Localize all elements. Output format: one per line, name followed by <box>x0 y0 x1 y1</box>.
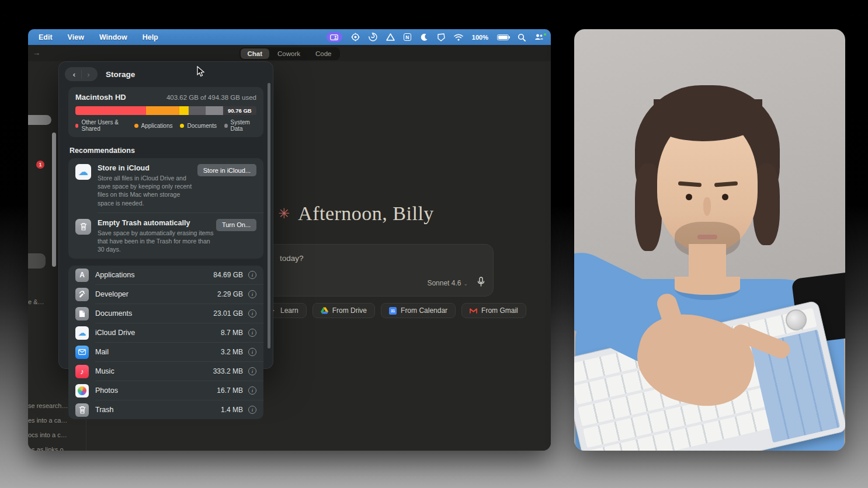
google-calendar-icon <box>389 307 397 315</box>
info-icon[interactable]: i <box>248 386 256 395</box>
category-row-documents[interactable]: Documents 23.01 GB i <box>68 304 263 323</box>
tab-code[interactable]: Code <box>308 48 339 59</box>
info-icon[interactable]: i <box>248 406 256 414</box>
quick-actions: ✦ Learn From Drive From Calendar From Gm… <box>261 303 526 318</box>
input-controls: Sonnet 4.6⌄ <box>427 277 485 289</box>
battery-icon[interactable] <box>497 34 509 40</box>
from-calendar-button[interactable]: From Calendar <box>381 303 456 318</box>
disk-usage-card: Macintosh HD 403.62 GB of 494.38 GB used… <box>68 87 263 137</box>
nav-buttons: ‹ › <box>65 67 98 81</box>
info-icon[interactable]: i <box>248 309 256 318</box>
model-selector[interactable]: Sonnet 4.6⌄ <box>427 279 468 287</box>
menu-edit[interactable]: Edit <box>39 33 53 41</box>
storage-settings-window: ‹ › Storage Macintosh HD 403.62 GB of 49… <box>58 61 273 369</box>
storage-title: Storage <box>106 70 135 79</box>
info-icon[interactable]: i <box>248 290 256 298</box>
storage-usage-bar: 90.76 GB <box>75 106 256 115</box>
fast-user-switching-icon[interactable] <box>534 33 544 42</box>
spotlight-icon[interactable] <box>518 33 526 42</box>
store-in-icloud-button[interactable]: Store in iCloud... <box>197 164 256 176</box>
trash-icon <box>75 219 91 235</box>
greeting: ✳ Afternoon, Billy <box>278 203 434 225</box>
category-row-trash[interactable]: Trash 1.4 MB i <box>68 400 263 419</box>
recommendation-title: Empty Trash automatically <box>98 219 216 227</box>
battery-percent-label: 100% <box>472 33 488 42</box>
recommendation-title: Store in iCloud <box>98 164 197 172</box>
document-icon <box>75 307 89 320</box>
claude-starburst-icon: ✳ <box>278 207 290 221</box>
chat-history-item[interactable]: es as links o… <box>28 442 85 451</box>
storage-scrollbar[interactable] <box>268 83 270 348</box>
storage-bar-segment <box>146 106 179 115</box>
info-icon[interactable]: i <box>248 367 256 375</box>
mouse-cursor <box>197 66 206 80</box>
category-row-applications[interactable]: A Applications 84.69 GB i <box>68 266 263 284</box>
free-space-label: 90.76 GB <box>223 106 256 115</box>
recommendation-desc: Save space by automatically erasing item… <box>98 229 214 254</box>
moon-icon[interactable] <box>420 33 428 42</box>
forward-arrow-icon[interactable]: → <box>33 48 40 57</box>
category-row-developer[interactable]: Developer 2.29 GB i <box>68 285 263 304</box>
info-icon[interactable]: i <box>248 329 256 337</box>
trash-icon <box>75 403 89 417</box>
chat-input-box[interactable]: today? Sonnet 4.6⌄ <box>257 244 494 297</box>
app-store-icon: A <box>75 269 89 282</box>
turn-on-button[interactable]: Turn On... <box>216 219 256 231</box>
notification-badge: 1 <box>36 161 44 169</box>
recommendation-desc: Store all files in iCloud Drive and save… <box>98 174 197 207</box>
sidebar-item-highlighted[interactable] <box>28 115 51 125</box>
sidebar-scrollbar[interactable] <box>52 133 56 267</box>
storage-bar-segment <box>206 106 223 115</box>
legend-dot <box>224 124 227 128</box>
empty-trash-row: Empty Trash automatically Save space by … <box>68 213 263 259</box>
storage-header: ‹ › Storage <box>59 62 273 83</box>
webcam-video-feed <box>574 29 845 451</box>
category-row-photos[interactable]: Photos 16.7 MB i <box>68 381 263 400</box>
microphone-icon[interactable] <box>477 277 485 289</box>
chevron-down-icon: ⌄ <box>463 281 468 287</box>
back-button[interactable]: ‹ <box>67 70 81 79</box>
from-gmail-button[interactable]: From Gmail <box>461 303 526 318</box>
chat-input-placeholder: today? <box>280 254 304 263</box>
recommendations-title: Recommendations <box>70 147 263 155</box>
spiral-icon[interactable] <box>369 33 377 42</box>
triangle-icon[interactable] <box>386 33 395 42</box>
category-row-icloud-drive[interactable]: ☁ iCloud Drive 8.7 MB i <box>68 323 263 342</box>
info-icon[interactable]: i <box>248 271 256 279</box>
notion-icon[interactable]: N <box>404 33 411 41</box>
tab-chat[interactable]: Chat <box>240 48 269 59</box>
macos-menu-bar: Edit View Window Help N <box>28 29 551 45</box>
disk-usage-text: 403.62 GB of 494.38 GB used <box>166 94 256 101</box>
mail-icon <box>75 346 89 359</box>
category-row-music[interactable]: ♪ Music 333.2 MB i <box>68 362 263 381</box>
sidebar-item-pill[interactable] <box>28 253 46 269</box>
disk-name: Macintosh HD <box>75 93 126 102</box>
menu-window[interactable]: Window <box>99 33 127 41</box>
menu-items: Edit View Window Help <box>39 33 158 41</box>
hammer-icon <box>75 288 89 301</box>
storage-bar-segment <box>75 106 146 115</box>
shared-screen-region: Edit View Window Help N <box>28 29 551 451</box>
legend-dot <box>134 124 138 128</box>
shield-icon[interactable] <box>437 33 445 42</box>
icloud-drive-icon: ☁ <box>75 326 89 340</box>
screen-sharing-indicator[interactable] <box>327 32 342 42</box>
chat-history-item[interactable]: ocs into a c… <box>28 428 85 442</box>
info-icon[interactable]: i <box>248 348 256 356</box>
legend-dot <box>75 124 78 128</box>
tab-cowork[interactable]: Cowork <box>270 48 307 59</box>
menu-view[interactable]: View <box>68 33 84 41</box>
photos-icon <box>75 384 89 398</box>
mode-tabs: Chat Cowork Code <box>239 47 339 60</box>
music-icon: ♪ <box>75 365 89 378</box>
from-drive-button[interactable]: From Drive <box>313 303 375 318</box>
forward-button[interactable]: › <box>81 70 95 79</box>
wifi-icon[interactable] <box>454 33 463 42</box>
gmail-icon <box>470 307 477 315</box>
gear-icon[interactable] <box>351 33 360 42</box>
category-row-mail[interactable]: Mail 3.2 MB i <box>68 343 263 361</box>
storage-legend: Other Users & Shared Applications Docume… <box>75 119 256 132</box>
menu-help[interactable]: Help <box>143 33 158 41</box>
menu-bar-status-area: N 100% <box>327 29 544 45</box>
legend-dot <box>180 124 184 128</box>
